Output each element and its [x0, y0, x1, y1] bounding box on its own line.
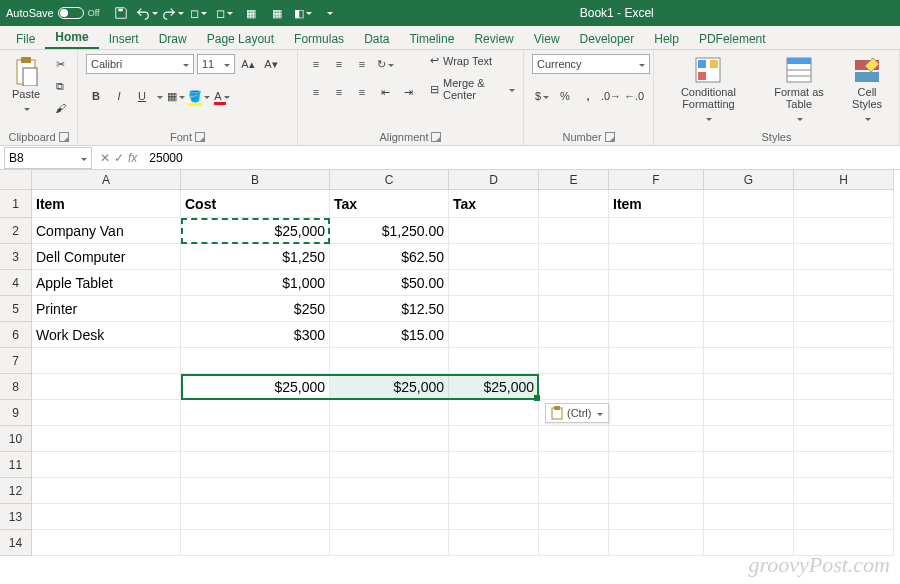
cell-C9[interactable]: [330, 400, 449, 426]
cell-styles-button[interactable]: Cell Styles: [843, 54, 891, 126]
cell-D10[interactable]: [449, 426, 539, 452]
row-header-6[interactable]: 6: [0, 322, 32, 348]
cell-B12[interactable]: [181, 478, 330, 504]
qat-item-5[interactable]: ◧: [292, 2, 314, 24]
cell-A4[interactable]: Apple Tablet: [32, 270, 181, 296]
cell-A2[interactable]: Company Van: [32, 218, 181, 244]
cell-E5[interactable]: [539, 296, 609, 322]
cell-H9[interactable]: [794, 400, 894, 426]
cell-A6[interactable]: Work Desk: [32, 322, 181, 348]
increase-indent-icon[interactable]: ⇥: [398, 82, 418, 102]
col-header-C[interactable]: C: [330, 170, 449, 190]
tab-review[interactable]: Review: [464, 28, 523, 49]
align-middle-icon[interactable]: ≡: [329, 54, 349, 74]
cell-G6[interactable]: [704, 322, 794, 348]
increase-font-icon[interactable]: A▴: [238, 54, 258, 74]
cell-D14[interactable]: [449, 530, 539, 556]
cell-C12[interactable]: [330, 478, 449, 504]
paste-options-button[interactable]: (Ctrl): [545, 403, 609, 423]
cell-A12[interactable]: [32, 478, 181, 504]
cell-E8[interactable]: [539, 374, 609, 400]
cell-F13[interactable]: [609, 504, 704, 530]
row-header-3[interactable]: 3: [0, 244, 32, 270]
paste-button[interactable]: Paste: [8, 54, 44, 116]
cell-E10[interactable]: [539, 426, 609, 452]
font-color-icon[interactable]: A: [212, 86, 232, 106]
cell-E4[interactable]: [539, 270, 609, 296]
percent-format-icon[interactable]: %: [555, 86, 575, 106]
tab-timeline[interactable]: Timeline: [399, 28, 464, 49]
save-icon[interactable]: [110, 2, 132, 24]
cell-B5[interactable]: $250: [181, 296, 330, 322]
cell-F5[interactable]: [609, 296, 704, 322]
cell-H10[interactable]: [794, 426, 894, 452]
cell-C3[interactable]: $62.50: [330, 244, 449, 270]
cell-H5[interactable]: [794, 296, 894, 322]
cell-B6[interactable]: $300: [181, 322, 330, 348]
cell-B13[interactable]: [181, 504, 330, 530]
cell-C7[interactable]: [330, 348, 449, 374]
cell-H13[interactable]: [794, 504, 894, 530]
cell-D3[interactable]: [449, 244, 539, 270]
cell-A1[interactable]: Item: [32, 190, 181, 218]
orientation-icon[interactable]: ↻: [375, 54, 395, 74]
qat-item-4[interactable]: ▦: [266, 2, 288, 24]
conditional-formatting-button[interactable]: Conditional Formatting: [662, 54, 755, 126]
format-as-table-button[interactable]: Format as Table: [765, 54, 833, 126]
cell-H3[interactable]: [794, 244, 894, 270]
cell-A3[interactable]: Dell Computer: [32, 244, 181, 270]
col-header-E[interactable]: E: [539, 170, 609, 190]
cell-H8[interactable]: [794, 374, 894, 400]
dialog-launcher-icon[interactable]: [59, 132, 69, 142]
tab-page-layout[interactable]: Page Layout: [197, 28, 284, 49]
cell-C14[interactable]: [330, 530, 449, 556]
font-name-select[interactable]: Calibri: [86, 54, 194, 74]
font-size-select[interactable]: 11: [197, 54, 235, 74]
cancel-icon[interactable]: ✕: [100, 151, 110, 165]
cell-B7[interactable]: [181, 348, 330, 374]
cell-E3[interactable]: [539, 244, 609, 270]
cell-D13[interactable]: [449, 504, 539, 530]
increase-decimal-icon[interactable]: .0→: [601, 86, 621, 106]
borders-icon[interactable]: ▦: [166, 86, 186, 106]
cell-E2[interactable]: [539, 218, 609, 244]
cell-C5[interactable]: $12.50: [330, 296, 449, 322]
cell-F7[interactable]: [609, 348, 704, 374]
redo-icon[interactable]: [162, 2, 184, 24]
tab-help[interactable]: Help: [644, 28, 689, 49]
col-header-D[interactable]: D: [449, 170, 539, 190]
enter-icon[interactable]: ✓: [114, 151, 124, 165]
dialog-launcher-icon[interactable]: [431, 132, 441, 142]
cell-H14[interactable]: [794, 530, 894, 556]
cell-B3[interactable]: $1,250: [181, 244, 330, 270]
cell-B11[interactable]: [181, 452, 330, 478]
cell-C10[interactable]: [330, 426, 449, 452]
cell-D6[interactable]: [449, 322, 539, 348]
cell-D4[interactable]: [449, 270, 539, 296]
cell-G4[interactable]: [704, 270, 794, 296]
cell-F14[interactable]: [609, 530, 704, 556]
cell-D11[interactable]: [449, 452, 539, 478]
cell-C8[interactable]: $25,000: [330, 374, 449, 400]
cell-A10[interactable]: [32, 426, 181, 452]
cell-G12[interactable]: [704, 478, 794, 504]
cell-E12[interactable]: [539, 478, 609, 504]
cell-B1[interactable]: Cost: [181, 190, 330, 218]
cell-D7[interactable]: [449, 348, 539, 374]
cell-F3[interactable]: [609, 244, 704, 270]
cell-D12[interactable]: [449, 478, 539, 504]
cell-E14[interactable]: [539, 530, 609, 556]
cell-A14[interactable]: [32, 530, 181, 556]
tab-formulas[interactable]: Formulas: [284, 28, 354, 49]
tab-home[interactable]: Home: [45, 26, 98, 49]
row-header-4[interactable]: 4: [0, 270, 32, 296]
cell-A13[interactable]: [32, 504, 181, 530]
tab-pdfelement[interactable]: PDFelement: [689, 28, 776, 49]
qat-item-1[interactable]: ◻: [188, 2, 210, 24]
row-header-2[interactable]: 2: [0, 218, 32, 244]
align-top-icon[interactable]: ≡: [306, 54, 326, 74]
cell-F10[interactable]: [609, 426, 704, 452]
cell-F2[interactable]: [609, 218, 704, 244]
cell-A8[interactable]: [32, 374, 181, 400]
qat-item-3[interactable]: ▦: [240, 2, 262, 24]
